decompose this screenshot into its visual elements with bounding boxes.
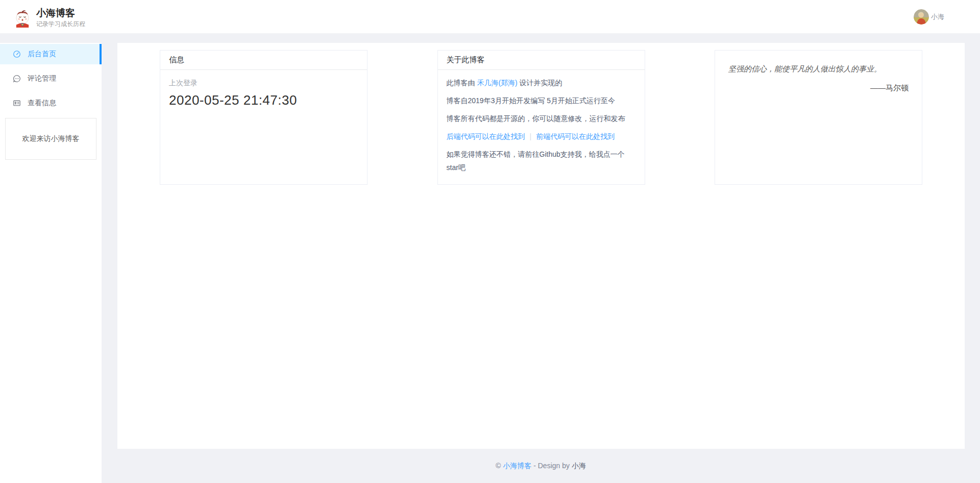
footer-middle-text: - Design by (531, 462, 572, 470)
last-login-time: 2020-05-25 21:47:30 (169, 92, 358, 108)
sidebar-item-comments[interactable]: 评论管理 (0, 68, 102, 89)
cards-row: 信息 上次登录 2020-05-25 21:47:30 关于此博客 此博客由 禾… (117, 43, 965, 185)
last-login-label: 上次登录 (169, 76, 358, 89)
main-content: 信息 上次登录 2020-05-25 21:47:30 关于此博客 此博客由 禾… (117, 43, 965, 449)
footer-copyright: © (496, 462, 503, 470)
about-line-star: 如果觉得博客还不错，请前往Github支持我，给我点一个star吧 (447, 148, 636, 174)
quote-author: ——马尔顿 (728, 83, 909, 93)
header: 小海博客 记录学习成长历程 小海 (0, 0, 980, 34)
about-card: 关于此博客 此博客由 禾几海(郑海) 设计并实现的 博客自2019年3月开始开发… (437, 50, 645, 185)
link-separator: | (530, 132, 532, 140)
card-title: 信息 (169, 55, 184, 65)
about-author-suffix: 设计并实现的 (518, 79, 562, 87)
site-subtitle: 记录学习成长历程 (36, 20, 85, 29)
comment-icon (13, 75, 21, 83)
footer-author: 小海 (572, 462, 586, 470)
user-name: 小海 (931, 12, 944, 21)
footer-site-link[interactable]: 小海博客 (503, 462, 531, 470)
site-title: 小海博客 (36, 8, 85, 18)
info-card: 信息 上次登录 2020-05-25 21:47:30 (160, 50, 368, 185)
about-line-code-links: 后端代码可以在此处找到|前端代码可以在此处找到 (447, 130, 636, 143)
dashboard-icon (13, 50, 21, 58)
user-avatar (914, 9, 929, 25)
user-menu[interactable]: 小海 (914, 0, 944, 34)
sidebar-item-label: 后台首页 (28, 50, 56, 59)
quote-text: 坚强的信心，能使平凡的人做出惊人的事业。 (728, 63, 909, 75)
brand[interactable]: 小海博客 记录学习成长历程 (13, 8, 85, 29)
sidebar-menu: 后台首页 评论管理 (0, 43, 102, 113)
sidebar-item-dashboard[interactable]: 后台首页 (0, 44, 102, 64)
sidebar-item-label: 查看信息 (28, 99, 56, 108)
about-line-history: 博客自2019年3月开始开发编写 5月开始正式运行至今 (447, 94, 636, 107)
frontend-code-link[interactable]: 前端代码可以在此处找到 (536, 132, 615, 140)
welcome-box: 欢迎来访小海博客 (5, 118, 96, 160)
welcome-text: 欢迎来访小海博客 (22, 134, 80, 143)
about-line-opensource: 博客所有代码都是开源的，你可以随意修改，运行和发布 (447, 112, 636, 125)
footer: © 小海博客 - Design by 小海 (102, 449, 980, 483)
about-line-author: 此博客由 禾几海(郑海) 设计并实现的 (447, 76, 636, 89)
card-title: 关于此博客 (447, 55, 485, 65)
sidebar-item-profile[interactable]: 查看信息 (0, 93, 102, 113)
about-card-header: 关于此博客 (438, 51, 645, 70)
id-card-icon (13, 99, 21, 107)
sidebar: 后台首页 评论管理 (0, 43, 102, 483)
backend-code-link[interactable]: 后端代码可以在此处找到 (447, 132, 525, 140)
site-logo-icon (13, 9, 32, 28)
author-link[interactable]: 禾几海(郑海) (477, 79, 517, 87)
info-card-header: 信息 (160, 51, 367, 70)
quote-card: 坚强的信心，能使平凡的人做出惊人的事业。 ——马尔顿 (715, 50, 922, 185)
about-author-prefix: 此博客由 (447, 79, 477, 87)
sidebar-item-label: 评论管理 (28, 74, 56, 83)
